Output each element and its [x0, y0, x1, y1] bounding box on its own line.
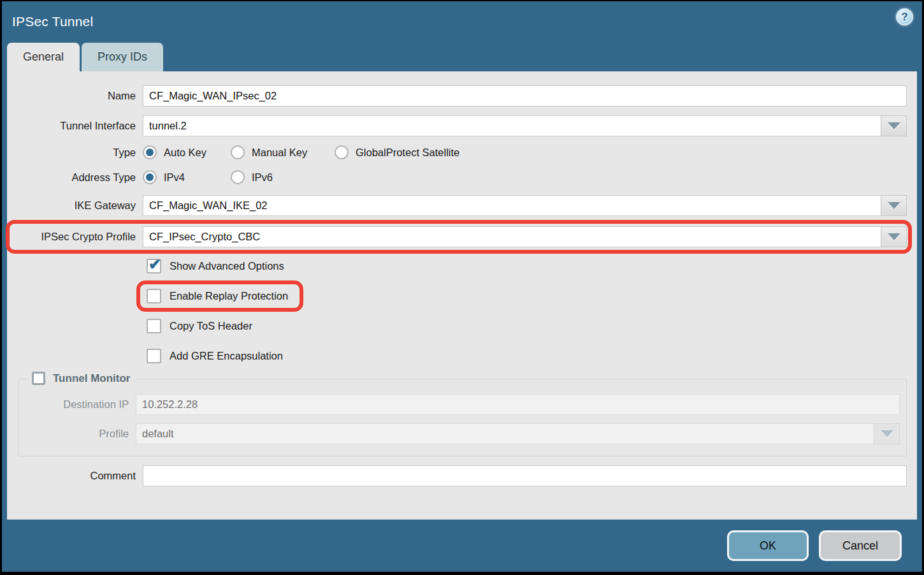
ipsec-crypto-profile-dropdown-button[interactable]	[881, 226, 907, 247]
address-type-option-ipv6[interactable]: IPv6	[231, 170, 335, 184]
type-row: Type Auto Key Manual Key GlobalProtect S…	[7, 145, 907, 159]
tunnel-monitor-checkbox[interactable]: Tunnel Monitor	[27, 372, 136, 385]
ipsec-crypto-profile-label: IPSec Crypto Profile	[7, 231, 136, 243]
show-advanced-options-checkbox[interactable]: Show Advanced Options	[147, 259, 284, 273]
checkbox-icon	[32, 372, 45, 385]
chevron-down-icon	[888, 202, 900, 209]
radio-selected-icon	[143, 145, 157, 159]
radio-selected-icon	[143, 170, 157, 184]
ipsec-crypto-profile-row: IPSec Crypto Profile	[7, 226, 907, 247]
checkbox-checked-icon	[147, 259, 161, 273]
radio-icon	[231, 145, 245, 159]
chevron-down-icon	[888, 122, 900, 129]
dialog-footer: OK Cancel	[2, 520, 922, 572]
add-gre-encapsulation-checkbox[interactable]: Add GRE Encapsulation	[147, 349, 283, 363]
name-label: Name	[7, 90, 136, 102]
destination-ip-label: Destination IP	[19, 398, 129, 411]
tunnel-monitor-group: Tunnel Monitor Destination IP Profile	[18, 379, 907, 456]
chevron-down-icon	[881, 430, 893, 437]
cancel-button[interactable]: Cancel	[819, 530, 902, 561]
general-tab-panel: Name Tunnel Interface Type Auto Key	[7, 71, 917, 520]
tab-general[interactable]: General	[7, 43, 80, 71]
ike-gateway-label: IKE Gateway	[7, 200, 136, 212]
type-option-auto-key[interactable]: Auto Key	[143, 145, 231, 159]
checkbox-icon	[147, 349, 161, 363]
help-icon[interactable]: ?	[896, 8, 913, 25]
address-type-label: Address Type	[7, 171, 136, 184]
name-input[interactable]	[143, 85, 907, 106]
type-option-manual-key[interactable]: Manual Key	[231, 145, 335, 159]
chevron-down-icon	[888, 233, 900, 240]
title-bar: IPSec Tunnel ?	[2, 1, 922, 42]
address-type-row: Address Type IPv4 IPv6	[7, 170, 907, 184]
tunnel-interface-row: Tunnel Interface	[7, 115, 907, 136]
tab-proxy-ids[interactable]: Proxy IDs	[82, 43, 163, 71]
tunnel-interface-label: Tunnel Interface	[7, 120, 136, 132]
profile-input	[136, 423, 874, 444]
ike-gateway-input[interactable]	[143, 195, 881, 216]
radio-icon	[335, 145, 349, 159]
checkbox-icon	[147, 319, 161, 333]
ipsec-tunnel-dialog: IPSec Tunnel ? General Proxy IDs Name Tu…	[2, 1, 922, 572]
ike-gateway-dropdown-button[interactable]	[881, 195, 907, 216]
type-option-globalprotect-satellite[interactable]: GlobalProtect Satellite	[335, 145, 459, 159]
destination-ip-input	[136, 394, 900, 415]
tunnel-interface-input[interactable]	[143, 115, 881, 136]
ipsec-crypto-profile-input[interactable]	[143, 226, 881, 247]
tab-bar: General Proxy IDs	[2, 42, 922, 71]
checkbox-icon	[147, 289, 161, 303]
enable-replay-protection-checkbox[interactable]: Enable Replay Protection	[147, 289, 288, 303]
address-type-option-ipv4[interactable]: IPv4	[143, 170, 231, 184]
dialog-title: IPSec Tunnel	[12, 14, 93, 29]
ike-gateway-row: IKE Gateway	[7, 195, 907, 216]
tunnel-interface-dropdown-button[interactable]	[881, 115, 907, 136]
destination-ip-row: Destination IP	[19, 394, 900, 415]
profile-label: Profile	[19, 428, 129, 440]
comment-input[interactable]	[143, 465, 907, 486]
name-row: Name	[7, 85, 907, 106]
profile-row: Profile	[19, 423, 900, 444]
type-label: Type	[7, 147, 136, 159]
copy-tos-header-checkbox[interactable]: Copy ToS Header	[147, 319, 252, 333]
comment-label: Comment	[7, 470, 136, 482]
radio-icon	[231, 170, 245, 184]
ok-button[interactable]: OK	[727, 530, 809, 561]
profile-dropdown-button	[874, 423, 900, 444]
comment-row: Comment	[7, 465, 907, 486]
